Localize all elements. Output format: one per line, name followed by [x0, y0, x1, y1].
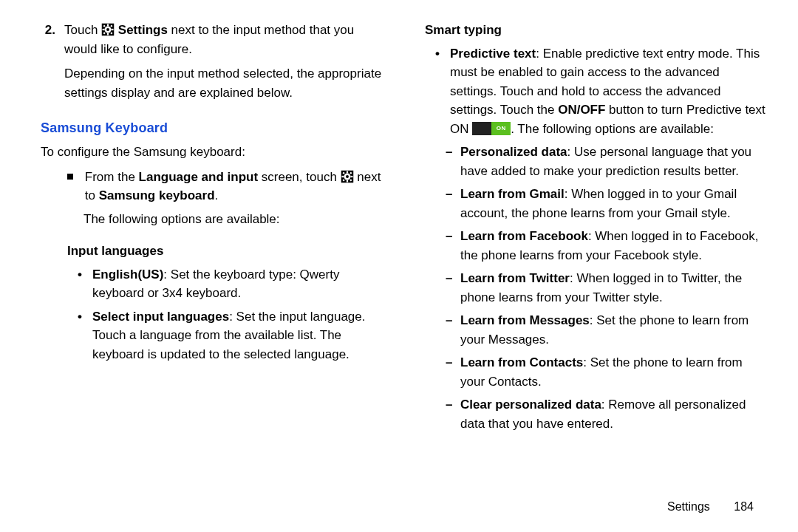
svg-rect-3	[107, 24, 109, 27]
intro-line: To configure the Samsung keyboard:	[41, 143, 384, 162]
svg-point-2	[106, 28, 109, 31]
footer-page-number: 184	[734, 500, 754, 513]
dash-learn-contacts: – Learn from Contacts: Set the phone to …	[425, 353, 768, 391]
bullet-english-us: • English(US): Set the keyboard type: Qw…	[41, 265, 384, 303]
page-footer: Settings 184	[667, 498, 754, 516]
dash-clear-personalized: – Clear personalized data: Remove all pe…	[425, 395, 768, 433]
svg-rect-6	[112, 29, 114, 30]
square-bullet-icon	[67, 168, 78, 205]
dash-icon: –	[446, 311, 454, 349]
right-column: Smart typing • Predictive text: Enable p…	[425, 21, 768, 433]
left-column: 2. Touch Settings next to the input meth…	[41, 21, 384, 433]
dash-learn-gmail: – Learn from Gmail: When logged in to yo…	[425, 185, 768, 222]
dash-icon: –	[446, 269, 454, 307]
bullet-select-input-languages: • Select input languages: Set the input …	[41, 307, 384, 364]
dash-personalized-data: – Personalized data: Use personal langua…	[425, 143, 768, 180]
square-bullet-row: From the Language and input screen, touc…	[41, 168, 384, 205]
square-bullet-text: From the Language and input screen, touc…	[85, 168, 384, 205]
dash-icon: –	[446, 227, 454, 265]
step-2: 2. Touch Settings next to the input meth…	[41, 21, 384, 102]
step-para-2: Depending on the input method selected, …	[64, 64, 384, 102]
gear-icon	[341, 170, 354, 183]
svg-rect-16	[341, 175, 344, 177]
svg-rect-4	[107, 33, 109, 35]
dash-icon: –	[446, 185, 454, 222]
dot-icon: •	[435, 44, 444, 139]
dot-icon: •	[78, 265, 86, 303]
dash-icon: –	[446, 353, 454, 391]
svg-rect-14	[346, 171, 347, 173]
dash-learn-twitter: – Learn from Twitter: When logged in to …	[425, 269, 768, 307]
svg-rect-17	[350, 175, 352, 177]
section-title-samsung-keyboard: Samsung Keyboard	[41, 118, 384, 138]
dash-icon: –	[446, 395, 454, 433]
smart-typing-title: Smart typing	[425, 21, 768, 40]
step-number: 2.	[41, 21, 55, 102]
step-text-a: Touch	[64, 23, 101, 37]
dot-icon: •	[78, 307, 86, 364]
svg-point-13	[346, 175, 349, 178]
step-body: Touch Settings next to the input method …	[64, 21, 384, 102]
svg-rect-5	[103, 29, 105, 30]
input-languages-title: Input languages	[41, 242, 384, 261]
step-text-b: Settings	[115, 23, 168, 37]
dash-learn-facebook: – Learn from Facebook: When logged in to…	[425, 227, 768, 265]
dash-icon: –	[446, 143, 454, 180]
dash-learn-messages: – Learn from Messages: Set the phone to …	[425, 311, 768, 349]
following-options-line: The following options are available:	[41, 210, 384, 229]
gear-icon	[101, 23, 115, 36]
svg-rect-15	[346, 180, 347, 182]
on-toggle-icon: ON	[472, 122, 511, 135]
footer-section: Settings	[667, 500, 710, 513]
bullet-predictive-text: • Predictive text: Enable predictive tex…	[425, 44, 768, 139]
